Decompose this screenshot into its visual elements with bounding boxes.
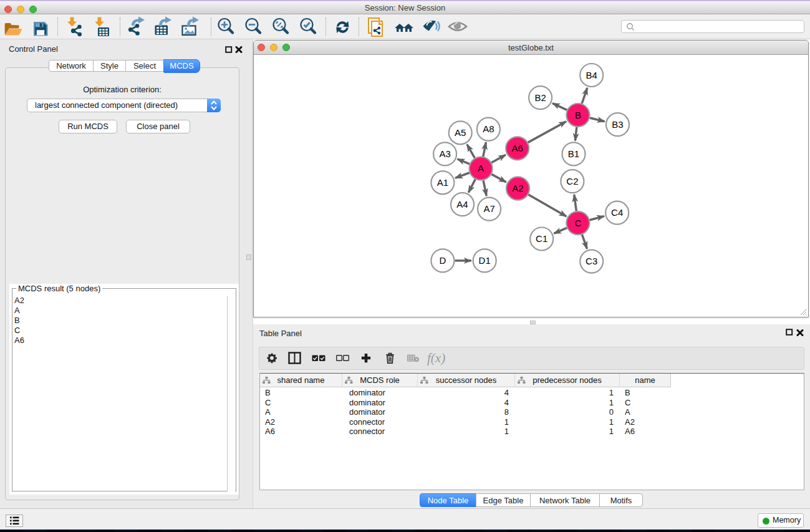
svg-text:B: B (575, 110, 581, 120)
svg-text:B4: B4 (586, 70, 597, 80)
svg-text:C2: C2 (566, 176, 578, 186)
svg-text:C: C (574, 218, 581, 228)
svg-text:A3: A3 (439, 148, 450, 159)
svg-text:D: D (439, 255, 446, 266)
svg-text:A5: A5 (455, 127, 466, 138)
svg-text:A7: A7 (483, 203, 494, 214)
svg-text:C4: C4 (611, 207, 623, 218)
svg-text:B2: B2 (534, 92, 546, 103)
svg-text:C1: C1 (536, 233, 547, 244)
svg-text:A2: A2 (512, 183, 523, 193)
svg-text:A6: A6 (512, 143, 523, 153)
svg-text:B1: B1 (568, 148, 579, 159)
svg-text:A8: A8 (483, 123, 494, 134)
svg-text:A4: A4 (456, 199, 468, 210)
svg-text:A1: A1 (437, 177, 448, 188)
svg-text:B3: B3 (612, 119, 623, 130)
svg-text:D1: D1 (479, 255, 491, 266)
svg-text:A: A (478, 163, 484, 173)
svg-text:C3: C3 (586, 256, 597, 266)
